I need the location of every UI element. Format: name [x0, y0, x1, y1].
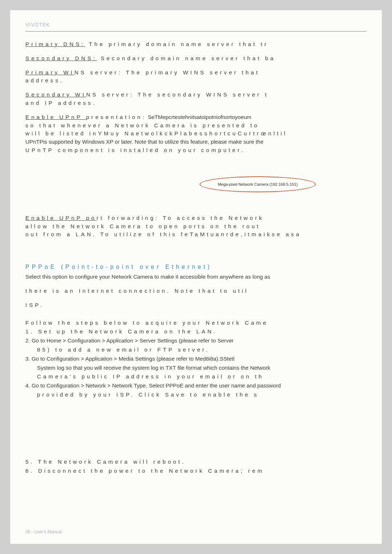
- primary-wins-line2: address.: [25, 77, 64, 83]
- pppoe-section-title: PPPoE (Point-to-point over Ethernet): [25, 263, 367, 271]
- upnp-present-text: SeTMepcrtestehnitsatoipotniofnortoyoeum: [146, 114, 252, 120]
- step-2a-text: 2. Go to Home > Configuration > Applicat…: [25, 337, 234, 344]
- secondary-dns-text: Secondary domain name server that ba: [97, 55, 275, 61]
- secondary-wins-block: Secondary WINS server: The secondary WIN…: [25, 91, 367, 107]
- secondary-dns-label: Secondary DNS:: [25, 55, 97, 61]
- upnp-port-label: Enable UPnP po: [25, 215, 97, 221]
- primary-wins-block: Primary WINS server: The primary WINS se…: [25, 69, 367, 85]
- camera-shortcut-illustration: Mega-pixel Network Camera (192.168.5.151…: [149, 176, 367, 192]
- primary-wins-label-rest: NS server:: [74, 69, 122, 75]
- header-separator: [25, 31, 367, 32]
- step-2b: 85) to add a new email or FTP server.: [25, 346, 367, 354]
- primary-dns-line: Primary DNS: The primary domain name ser…: [25, 40, 367, 49]
- page-content: Primary DNS: The primary domain name ser…: [10, 33, 382, 475]
- primary-wins-text: The primary WINS server that: [122, 69, 260, 75]
- upnp-present-line2: so that whenever a Network Camera is pre…: [25, 122, 259, 128]
- secondary-wins-text: The secondary WINS server t: [134, 91, 269, 98]
- step-4b: provided by your ISP. Click Save to enab…: [25, 391, 367, 399]
- step-3b: System log so that you will receive the …: [25, 364, 367, 372]
- step-6: 6. Disconnect the power to the Network C…: [25, 467, 367, 475]
- steps-intro: Follow the steps below to acquire your N…: [25, 319, 367, 327]
- brand-label: VIVOTEK: [25, 22, 367, 28]
- page-footer: 38 - User's Manual: [25, 529, 62, 534]
- step-3a: 3. Go to Configuration > Application > M…: [25, 355, 367, 363]
- upnp-present-label: Enable UPnP: [25, 114, 86, 120]
- primary-dns-text: The primary domain name server that tr: [85, 41, 269, 47]
- primary-dns-label: Primary DNS:: [25, 41, 85, 47]
- upnp-port-block: Enable UPnP port forwarding: To access t…: [25, 214, 367, 239]
- secondary-wins-line2: and IP address.: [25, 100, 97, 106]
- upnp-present-line4: UPnTPis supported by Windows XP or later…: [25, 139, 264, 145]
- step-5: 5. The Network Camera will reboot.: [25, 458, 367, 466]
- steps-block: Follow the steps below to acquire your N…: [25, 319, 367, 399]
- steps-block-2: 5. The Network Camera will reboot. 6. Di…: [25, 458, 367, 475]
- secondary-wins-label-rest: NS server:: [86, 91, 134, 98]
- page-header: VIVOTEK: [10, 10, 382, 33]
- pppoe-intro2: there is an Internet connection. Note th…: [25, 287, 367, 295]
- upnp-present-line5: UPnTP component is installed on your com…: [25, 147, 245, 153]
- secondary-dns-line: Secondary DNS: Secondary domain name ser…: [25, 54, 367, 63]
- step-2a: 2. Go to Home > Configuration > Applicat…: [25, 337, 367, 345]
- pppoe-intro1: Select this option to configure your Net…: [25, 273, 367, 281]
- upnp-presentation-block: Enable UPnP presentation: SeTMepcrtesteh…: [25, 113, 367, 155]
- camera-shortcut-text: Mega-pixel Network Camera (192.168.5.151…: [218, 181, 298, 188]
- primary-wins-label-u: Primary WI: [25, 69, 74, 75]
- upnp-port-label-rest: rt forwarding:: [97, 215, 159, 221]
- camera-shortcut-oval: Mega-pixel Network Camera (192.168.5.151…: [200, 176, 316, 192]
- page-container: VIVOTEK Primary DNS: The primary domain …: [10, 10, 382, 544]
- upnp-port-text: To access the Network: [159, 215, 264, 221]
- step-4a: 4. Go to Configuration > Network > Netwo…: [25, 382, 367, 390]
- upnp-present-label-rest: presentation:: [86, 114, 146, 120]
- step-1: 1. Set up the Network Camera on the LAN.: [25, 328, 367, 336]
- step-3c: Camera's public IP address in your email…: [25, 373, 367, 381]
- secondary-wins-label-u: Secondary WI: [25, 91, 86, 98]
- upnp-port-line2: allow the Network Camera to open ports o…: [25, 223, 261, 229]
- upnp-port-line3: out from a LAN. To utilize of this feTaM…: [25, 231, 301, 237]
- pppoe-intro3: ISP.: [25, 301, 367, 309]
- upnp-present-line3: will be listed inYMuy NaetwolkckPlabessh…: [25, 130, 287, 136]
